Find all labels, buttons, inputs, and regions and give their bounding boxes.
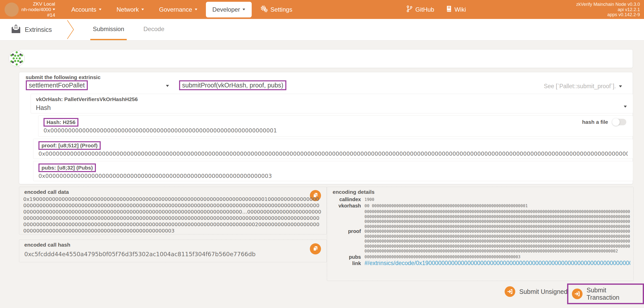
chain-logo[interactable] — [5, 3, 19, 17]
tab-submission[interactable]: Submission — [90, 19, 127, 40]
menu-accounts[interactable]: Accounts — [64, 0, 109, 19]
encoded-call-hash-label: encoded call hash — [24, 242, 70, 248]
encoding-row-callindex: callindex 1900 — [329, 197, 630, 202]
proof-input[interactable]: 0x00000000000000000000000000000000000000… — [38, 151, 628, 157]
encoding-row-pubs: pubs 00000000000000000000000000000000000… — [329, 254, 630, 260]
param-vkorhash: vkOrHash: PalletVerifiersVkOrHashH256 Ha… — [31, 94, 633, 113]
toggle-knob — [612, 118, 620, 126]
encoded-call-data-card: encoded call data 0x19000000000000000000… — [19, 187, 327, 234]
encoded-call-hash-card: encoded call hash 0xc5fcddd44e4550a4795b… — [19, 240, 327, 262]
decode-link[interactable]: #/extrinsics/decode/0x190000000000000000… — [364, 261, 630, 266]
encoded-call-data-value: 0x19000000000000000000000000000000000000… — [23, 196, 322, 234]
section-title: Extrinsics — [11, 19, 52, 40]
chevron-down-icon — [53, 9, 55, 10]
chevron-down-icon — [243, 9, 245, 10]
encoded-call-hash-value: 0xc5fcddd44e4550a4795b0f05f76d3f5302ac10… — [24, 251, 255, 257]
tabs: Submission Decode — [90, 19, 181, 40]
section-title-label: Extrinsics — [25, 26, 52, 33]
encoding-row-vkorhash: vkorhash 00 0000000000000000000000000000… — [329, 203, 630, 209]
menu-network[interactable]: Network — [109, 0, 152, 19]
chevron-down-icon — [99, 9, 101, 10]
main-menu: Accounts Network Governance Developer — [64, 0, 300, 19]
app-window: ZKV Local nh-node/4000 #14 Accounts Netw… — [0, 0, 644, 308]
breadcrumb-chevron — [67, 20, 75, 39]
menu-developer[interactable]: Developer — [206, 2, 252, 17]
chain-name: ZKV Local — [20, 1, 55, 7]
gears-icon — [260, 5, 268, 14]
account-identicon[interactable] — [9, 50, 25, 67]
submit-transaction-button[interactable]: Submit Transaction — [567, 283, 644, 304]
vkorhash-select-value[interactable]: Hash — [36, 104, 51, 111]
chain-info[interactable]: ZKV Local nh-node/4000 #14 — [20, 1, 55, 18]
encoding-details-label: encoding details — [333, 189, 375, 195]
node-name: nh-node/4000 — [22, 7, 51, 12]
menu-governance[interactable]: Governance — [152, 0, 205, 19]
tab-decode[interactable]: Decode — [141, 19, 167, 40]
chevron-down-icon — [166, 85, 169, 87]
apps-version: apps v0.142.2-9 — [576, 12, 640, 17]
menu-settings[interactable]: Settings — [253, 0, 300, 19]
github-link[interactable]: GitHub — [406, 5, 434, 14]
encoding-row-proof: proof 0000000000000000000000000000000000… — [329, 209, 630, 254]
top-nav-bar: ZKV Local nh-node/4000 #14 Accounts Netw… — [0, 0, 644, 19]
hash-a-file-toggle[interactable] — [612, 119, 626, 125]
api-version: api v12.2.1 — [576, 7, 640, 12]
git-branch-icon — [406, 5, 413, 14]
param-proof: proof: [u8;512] (Proof) 0x00000000000000… — [33, 139, 633, 159]
chevron-down-icon — [141, 9, 144, 10]
node-version: zkVerify Mainchain Node v0.3.0 — [576, 2, 640, 7]
encoding-row-link: link #/extrinsics/decode/0x1900000000000… — [329, 260, 630, 266]
hash-label: Hash: H256 — [44, 118, 78, 127]
method-doc[interactable]: See [`Pallet::submit_proof`]. — [544, 83, 622, 90]
method-dropdown[interactable]: submitProof(vkOrHash, proof, pubs) — [179, 80, 286, 90]
submit-unsigned-button[interactable]: Submit Unsigned — [505, 286, 567, 297]
tab-bar: Extrinsics Submission Decode — [0, 19, 644, 40]
brand-block: ZKV Local nh-node/4000 #14 — [0, 1, 55, 18]
wiki-link[interactable]: Wiki — [446, 5, 466, 14]
book-icon — [446, 5, 452, 14]
pallet-dropdown[interactable]: settlementFooPallet — [26, 80, 88, 90]
pubs-input[interactable]: 0x00000000000000000000000000000000000000… — [38, 173, 628, 179]
block-number: #14 — [20, 12, 55, 18]
external-links: GitHub Wiki — [406, 0, 466, 19]
hash-input[interactable]: 0x00000000000000000000000000000000000000… — [44, 127, 628, 134]
chevron-down-icon — [195, 9, 197, 10]
pubs-label: pubs: [u8;32] (Pubs) — [38, 163, 96, 172]
copy-icon — [313, 246, 318, 252]
hash-a-file-label: hash a file — [582, 119, 608, 125]
version-info: zkVerify Mainchain Node v0.3.0 api v12.2… — [576, 2, 640, 17]
chevron-down-icon[interactable] — [624, 106, 627, 108]
hash-a-file: hash a file — [582, 119, 626, 125]
param-pubs: pubs: [u8;32] (Pubs) 0x00000000000000000… — [33, 161, 633, 181]
sign-in-icon — [505, 286, 515, 297]
chevron-down-icon — [619, 85, 622, 87]
param-hash: Hash: H256 hash a file 0x000000000000000… — [38, 115, 633, 137]
vkorhash-label: vkOrHash: PalletVerifiersVkOrHashH256 — [36, 96, 138, 102]
copy-call-hash-button[interactable] — [310, 243, 321, 254]
proof-label: proof: [u8;512] (Proof) — [38, 141, 101, 150]
encoding-details-card: encoding details callindex 1900 vkorhash… — [327, 187, 634, 281]
account-selector-card[interactable]: using the selected account ALICE free ba… — [19, 49, 633, 68]
encoded-call-data-label: encoded call data — [24, 189, 69, 195]
sign-in-icon — [572, 289, 583, 299]
extrinsic-card: submit the following extrinsic settlemen… — [19, 72, 633, 184]
envelope-icon — [11, 25, 21, 35]
extrinsic-label: submit the following extrinsic — [26, 74, 100, 80]
encoding-details-rows: callindex 1900 vkorhash 00 0000000000000… — [329, 196, 630, 267]
